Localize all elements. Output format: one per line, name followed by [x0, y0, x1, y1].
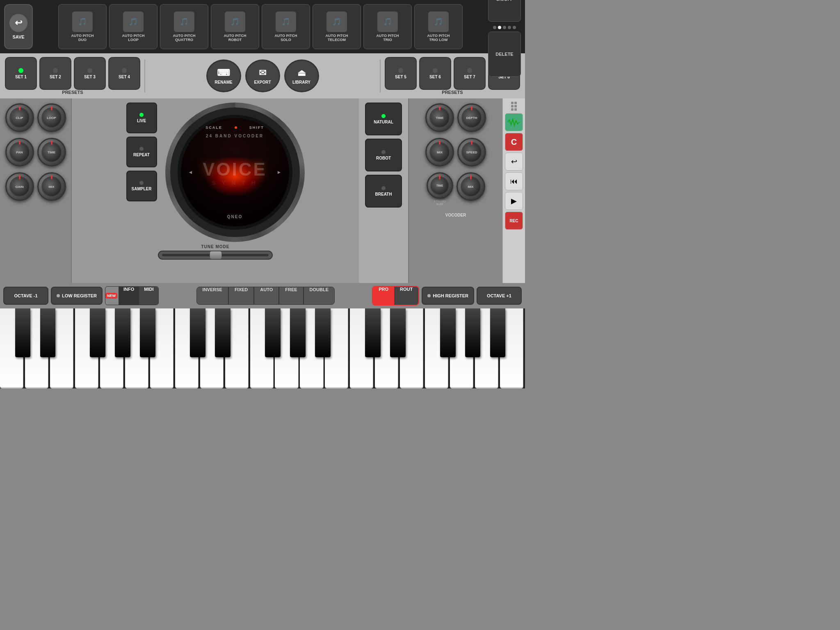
low-register-button[interactable]: LOW REGISTER: [51, 287, 103, 305]
dot-grid-item: [514, 108, 517, 111]
black-key[interactable]: [490, 308, 506, 357]
time-right-knob[interactable]: TIME: [425, 103, 454, 132]
high-register-button[interactable]: HIGH REGISTER: [422, 287, 474, 305]
export-button[interactable]: ✉ EXPORT: [245, 59, 280, 92]
black-key[interactable]: [190, 308, 205, 357]
set4-button[interactable]: SET 4: [108, 57, 140, 90]
on-off-button[interactable]: ON/OFF: [488, 0, 521, 22]
preset-slot-0[interactable]: 🎵 AUTO PITCHDUO: [58, 4, 107, 49]
logo-button[interactable]: C: [505, 133, 523, 151]
robot-button[interactable]: ROBOT: [365, 139, 402, 171]
set5-label: SET 5: [395, 75, 406, 79]
clip-knob[interactable]: CLIP: [5, 103, 34, 132]
mix-left-knob[interactable]: MIX: [37, 172, 66, 201]
black-key[interactable]: [440, 308, 456, 357]
tune-mode-buttons: INVERSE FIXED AUTO FREE DOUBLE: [161, 287, 370, 305]
time-right-inner: TIME: [429, 107, 450, 128]
fixed-label: FIXED: [235, 287, 248, 292]
black-key[interactable]: [365, 308, 381, 357]
preset-slot-6[interactable]: 🎵 AUTO PITCHTRIO: [363, 4, 412, 49]
mix-vocoder-knob[interactable]: MIX: [457, 172, 485, 201]
natural-label: NATURAL: [374, 120, 393, 124]
octave-minus-button[interactable]: OCTAVE -1: [3, 287, 48, 305]
sampler-button[interactable]: SAMPLER: [126, 171, 157, 201]
fixed-button[interactable]: FIXED: [228, 287, 254, 305]
export-label: EXPORT: [254, 80, 271, 84]
set3-button[interactable]: SET 3: [74, 57, 106, 90]
preset-slot-7[interactable]: 🎵 AUTO PITCHTRIO LOW: [414, 4, 463, 49]
high-register-label: HIGH REGISTER: [433, 293, 468, 298]
strob-time-knob-container: TIME STROBOSLEE: [427, 172, 453, 205]
black-key[interactable]: [390, 308, 406, 357]
set6-led: [433, 68, 438, 73]
play-button[interactable]: ▶: [505, 192, 523, 210]
vocoder-display[interactable]: SCALE SHIFT ◄ ► 24 BAND VOCODER VOICE S …: [165, 103, 305, 242]
mix-right-knob[interactable]: MIX: [425, 138, 454, 167]
repeat-button[interactable]: REPEAT: [126, 137, 157, 167]
preset-slot-1[interactable]: 🎵 AUTO PITCHLOOP: [109, 4, 158, 49]
depth-knob[interactable]: DEPTH: [457, 103, 486, 132]
black-key[interactable]: [465, 308, 481, 357]
natural-button[interactable]: NATURAL: [365, 103, 402, 135]
save-button[interactable]: ↩ SAVE: [4, 4, 33, 49]
back-button[interactable]: ↩: [505, 153, 523, 171]
rout-button[interactable]: ROUT: [394, 287, 418, 305]
black-key[interactable]: [290, 308, 306, 357]
set7-button[interactable]: SET 7: [454, 57, 486, 90]
repeat-label: REPEAT: [133, 153, 150, 157]
middle-actions: ⌨ RENAME ✉ EXPORT ⏏ LIBRARY: [149, 59, 376, 92]
strob-time-knob[interactable]: TIME: [427, 172, 453, 199]
time-left-knob[interactable]: TIME: [37, 138, 66, 167]
gain-knob[interactable]: GAIN: [5, 172, 34, 201]
preset-slot-5[interactable]: 🎵 AUTO PITCHTELECOM: [313, 4, 361, 49]
black-key[interactable]: [265, 308, 281, 357]
set3-label: SET 3: [84, 75, 96, 79]
preset-slot-2[interactable]: 🎵 AUTO PITCHQUATTRO: [160, 4, 208, 49]
pan-knob[interactable]: PAN: [5, 138, 34, 167]
piano: [0, 308, 525, 388]
library-button[interactable]: ⏏ LIBRARY: [284, 59, 319, 92]
black-key[interactable]: [115, 308, 130, 357]
octave-plus-button[interactable]: OCTAVE +1: [477, 287, 522, 305]
rout-label: ROUT: [400, 287, 413, 292]
set1-led: [18, 68, 23, 73]
black-key[interactable]: [315, 308, 331, 357]
live-button[interactable]: LIVE: [126, 103, 157, 133]
rec-button[interactable]: REC: [505, 212, 523, 230]
black-key[interactable]: [140, 308, 155, 357]
black-key[interactable]: [215, 308, 231, 357]
skip-back-button[interactable]: ⏮: [505, 172, 523, 190]
midi-label: MIDI: [144, 287, 153, 292]
inverse-label: INVERSE: [203, 287, 222, 292]
black-key[interactable]: [15, 308, 31, 357]
delete-button[interactable]: DELETE: [488, 32, 521, 77]
speed-knob[interactable]: SPEED: [457, 138, 486, 167]
play-icon: ▶: [511, 196, 517, 205]
library-label: LIBRARY: [292, 80, 310, 84]
inverse-button[interactable]: INVERSE: [196, 287, 228, 305]
rename-button[interactable]: ⌨ RENAME: [206, 59, 241, 92]
loop-knob[interactable]: LOOP: [37, 103, 66, 132]
auto-button[interactable]: AUTO: [254, 287, 279, 305]
info-button[interactable]: INFO: [119, 287, 139, 305]
preset-slot-3[interactable]: 🎵 AUTO PITCHROBOT: [211, 4, 259, 49]
set6-button[interactable]: SET 6: [419, 57, 451, 90]
black-key[interactable]: [90, 308, 105, 357]
double-button[interactable]: DOUBLE: [304, 287, 335, 305]
speed-marker: [471, 141, 472, 145]
midi-button[interactable]: MIDI: [139, 287, 158, 305]
pro-button[interactable]: PRO: [373, 287, 394, 305]
breath-button[interactable]: BREATH: [365, 175, 402, 208]
set2-button[interactable]: SET 2: [39, 57, 71, 90]
set1-button[interactable]: SET 1: [5, 57, 37, 90]
tune-slider[interactable]: [158, 251, 273, 260]
free-button[interactable]: FREE: [279, 287, 303, 305]
mix-vocoder-knob-container: MIX: [457, 172, 485, 205]
black-key[interactable]: [40, 308, 56, 357]
left-presets-label: PRESETS: [62, 90, 83, 95]
set5-button[interactable]: SET 5: [385, 57, 417, 90]
mode-buttons-column: LIVE REPEAT SAMPLER: [126, 103, 157, 201]
waveform-button[interactable]: [505, 113, 523, 131]
preset-slot-4[interactable]: 🎵 AUTO PITCHSOLO: [262, 4, 310, 49]
mix-vocoder-inner: MIX: [461, 176, 481, 197]
